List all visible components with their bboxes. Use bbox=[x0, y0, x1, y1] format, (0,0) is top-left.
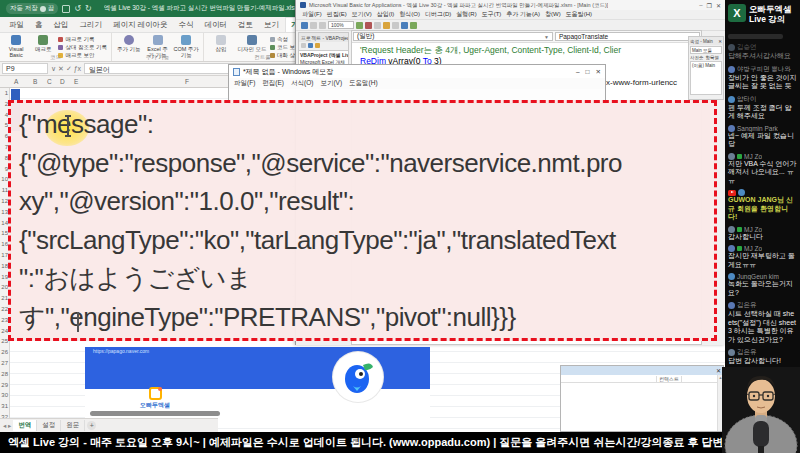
vba-menu-item[interactable]: 추가 기능(A) bbox=[506, 10, 540, 19]
avatar[interactable] bbox=[728, 273, 735, 280]
row-header[interactable]: 28 bbox=[0, 369, 9, 380]
vba-project-explorer-icon[interactable] bbox=[392, 22, 399, 29]
design-mode-button[interactable]: 디자인 모드 bbox=[237, 35, 267, 52]
vba-save-icon[interactable] bbox=[319, 22, 326, 29]
notepad-window-controls[interactable]: –□✕ bbox=[576, 68, 601, 76]
name-box[interactable]: P9 bbox=[2, 63, 48, 74]
sheet-tab[interactable]: 설정 bbox=[37, 420, 61, 431]
chat-message[interactable]: 야방구피면 뽕나와 장비가 안 좋은 것이지 글씨는 잘 못 없는 듯 bbox=[728, 65, 797, 91]
avatar[interactable] bbox=[728, 226, 735, 233]
ribbon-tab[interactable]: 그리기 bbox=[75, 18, 108, 32]
row-header[interactable]: 27 bbox=[0, 358, 9, 369]
tab-alphabetic[interactable]: 사전순 bbox=[690, 55, 704, 60]
vba-menu-item[interactable]: 편집(E) bbox=[327, 10, 347, 19]
row-header[interactable]: 30 bbox=[0, 390, 9, 401]
ribbon-tab[interactable]: 수식 bbox=[174, 18, 199, 32]
column-header[interactable]: C bbox=[47, 78, 52, 85]
chat-message[interactable]: 김승연 답해주셔서감사해요 bbox=[728, 43, 797, 61]
notepad-menu-item[interactable]: 보기(V) bbox=[320, 79, 342, 88]
properties-close-icon[interactable]: ✕ bbox=[718, 39, 722, 44]
save-icon[interactable] bbox=[62, 5, 70, 13]
chat-message[interactable]: GUWON JANG님 신규 회원을 환영합니다! bbox=[728, 189, 797, 222]
vba-menu-item[interactable]: 도움말(H) bbox=[566, 10, 592, 19]
vba-menu-item[interactable]: 보기(V) bbox=[352, 10, 372, 19]
avatar[interactable] bbox=[728, 153, 735, 160]
chat-message[interactable]: 김은유 답변 감사합니다! bbox=[728, 348, 797, 366]
column-header[interactable]: A bbox=[14, 78, 18, 85]
chat-message[interactable]: MJ Zo 저만 VBA 수식 언어가 깨져서 나오네요... ㅠㅠ bbox=[728, 153, 797, 186]
avatar[interactable] bbox=[728, 125, 735, 132]
chat-username[interactable]: 김승연 bbox=[737, 43, 757, 52]
chat-message[interactable]: MJ Zo 감사합니다 bbox=[728, 226, 797, 242]
ribbon-tab[interactable]: 파일 bbox=[4, 18, 29, 32]
chat-username[interactable]: MJ Zo bbox=[744, 245, 762, 252]
vba-menu-item[interactable]: 디버그(D) bbox=[425, 10, 451, 19]
vba-window-controls[interactable]: –❐✕ bbox=[699, 2, 721, 9]
properties-object-select[interactable]: Main 모듈 bbox=[690, 46, 722, 54]
column-header[interactable]: B bbox=[33, 78, 37, 85]
chat-username[interactable]: 김은유 bbox=[737, 301, 757, 310]
vba-menu-item[interactable]: 도구(T) bbox=[482, 10, 502, 19]
addins-button[interactable]: 추가 기능 bbox=[116, 35, 142, 52]
properties-list[interactable]: (이름) Main bbox=[690, 61, 722, 95]
add-sheet-button[interactable]: + bbox=[87, 421, 96, 430]
autosave-toggle[interactable]: 자동 저장 끔 bbox=[6, 3, 58, 14]
avatar[interactable] bbox=[728, 96, 735, 103]
sheet-nav-arrows[interactable]: ◂ ▸ bbox=[3, 422, 11, 430]
avatar[interactable] bbox=[728, 349, 735, 356]
notepad-menu-item[interactable]: 서식(O) bbox=[291, 79, 313, 88]
formula-buttons[interactable]: ∨ ✕ ✓ ƒx bbox=[51, 65, 81, 73]
embedded-picture[interactable]: https://papago.naver.com 오빠두엑셀 bbox=[85, 345, 430, 418]
notepad-menu-item[interactable]: 도움말(H) bbox=[349, 79, 378, 88]
chat-username[interactable]: MJ Zo bbox=[744, 153, 762, 160]
chat-message-list[interactable]: 김승연 답해주셔서감사해요 야방구피면 뽕나와 장비가 안 좋은 것이지 글씨는… bbox=[725, 30, 800, 419]
chat-message[interactable]: MJ Zo 잠시만 재부팅하고 올게요ㅠㅠ bbox=[728, 245, 797, 269]
column-header[interactable]: D bbox=[60, 78, 65, 85]
chat-username[interactable]: MJ Zo bbox=[744, 226, 762, 233]
ribbon-tab[interactable]: 데이터 bbox=[200, 18, 233, 32]
ribbon-tab[interactable]: 검토 bbox=[233, 18, 258, 32]
sheet-tab[interactable]: 원문 bbox=[61, 420, 85, 431]
macro-button[interactable]: 매크로 bbox=[31, 35, 55, 52]
vba-menu-item[interactable]: 창(W) bbox=[545, 10, 561, 19]
chat-message[interactable]: Sangmin Park 넵~ 예제 파일 컸습니당 bbox=[728, 125, 797, 149]
vba-menu-item[interactable]: 파일(F) bbox=[302, 10, 322, 19]
notepad-menu-item[interactable]: 파일(F) bbox=[234, 79, 255, 88]
chat-message[interactable]: 김은유 시트 선택하실 때 sheets("설정") 대신 sheet3 하시는… bbox=[728, 301, 797, 344]
channel-logo[interactable]: X bbox=[728, 4, 746, 22]
vba-zoom-select[interactable]: 100% bbox=[328, 21, 354, 29]
project-tree-item[interactable]: VBAProject (엑셀 Liv bbox=[300, 52, 347, 59]
object-dropdown[interactable]: (일반)▼ bbox=[353, 32, 553, 41]
vba-design-icon[interactable] bbox=[383, 22, 390, 29]
row-header[interactable]: 29 bbox=[0, 380, 9, 391]
avatar[interactable] bbox=[728, 245, 735, 252]
tab-categorized[interactable]: 항목별 bbox=[706, 55, 720, 60]
chat-username[interactable]: JungGeun kim bbox=[737, 273, 779, 280]
vba-reset-icon[interactable] bbox=[374, 22, 381, 29]
ribbon-tab[interactable]: 홈 bbox=[30, 18, 48, 32]
vba-menu-item[interactable]: 삽입(I) bbox=[377, 10, 395, 19]
column-header[interactable]: E bbox=[74, 78, 78, 85]
chat-username[interactable]: Sangmin Park bbox=[737, 125, 778, 132]
sheet-tab[interactable]: 번역 bbox=[13, 420, 37, 431]
undo-icon[interactable]: ↺ bbox=[74, 4, 81, 13]
ribbon-tab[interactable]: 보기 bbox=[259, 18, 284, 32]
chat-message[interactable]: 얌타이 펜 두께 조정 좀더 얇게 해주세요 bbox=[728, 95, 797, 121]
redo-icon[interactable]: ↻ bbox=[85, 4, 92, 13]
row-header[interactable]: 1 bbox=[0, 88, 9, 99]
chat-username[interactable]: 야방구피면 뽕나와 bbox=[737, 65, 791, 74]
vba-insert-icon[interactable] bbox=[310, 22, 317, 29]
procedure-dropdown[interactable]: PapagoTranslate▼ bbox=[555, 32, 700, 41]
insert-control-button[interactable]: 삽입 bbox=[208, 35, 234, 52]
vba-menu-item[interactable]: 형식(O) bbox=[399, 10, 420, 19]
record-macro-button[interactable]: 매크로 기록 bbox=[58, 36, 107, 43]
avatar[interactable] bbox=[738, 189, 745, 196]
vba-run-icon[interactable] bbox=[356, 22, 363, 29]
row-header[interactable]: 26 bbox=[0, 347, 9, 358]
vba-break-icon[interactable] bbox=[365, 22, 372, 29]
ribbon-tab[interactable]: 페이지 레이아웃 bbox=[108, 18, 173, 32]
row-header[interactable]: 31 bbox=[0, 401, 9, 412]
column-header[interactable]: F bbox=[185, 78, 189, 85]
ribbon-tab[interactable]: 삽입 bbox=[49, 18, 74, 32]
watch-close-icon[interactable]: ✕ bbox=[716, 367, 721, 374]
